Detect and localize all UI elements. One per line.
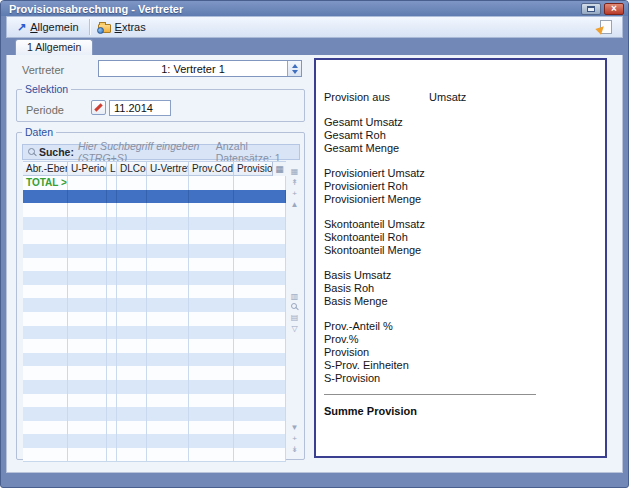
table-row[interactable] <box>23 285 286 299</box>
vertreter-select[interactable]: 1: Vertreter 1 <box>98 60 302 77</box>
table-cell <box>147 285 189 299</box>
scroll-top-icon[interactable]: ↟ <box>291 177 298 188</box>
scroll-bottom-icon[interactable]: ↡ <box>291 444 298 455</box>
table-row[interactable] <box>23 407 286 421</box>
plus-icon[interactable]: + <box>292 433 297 444</box>
magnifier-icon[interactable] <box>290 302 299 312</box>
table-row[interactable] <box>23 203 286 217</box>
col-header-dlcode[interactable]: DLCode <box>117 162 147 175</box>
table-cell <box>189 421 234 435</box>
close-button[interactable]: × <box>604 3 624 15</box>
grid-icon[interactable]: ▦ <box>291 166 299 177</box>
table-row[interactable] <box>23 380 286 394</box>
daten-group: Daten Suche: Hier Suchbegriff eingeben (… <box>16 126 305 460</box>
table-cell <box>68 244 107 258</box>
arrow-down-icon[interactable]: ▼ <box>291 422 299 433</box>
column-chooser-icon[interactable]: ▦ <box>272 162 286 176</box>
table-cell <box>23 353 68 367</box>
table-cell <box>68 217 107 231</box>
table-row[interactable] <box>23 326 286 340</box>
col-header-prov-code[interactable]: Prov.Code <box>189 162 234 175</box>
summary-label: Basis Menge <box>324 295 605 308</box>
table-cell <box>117 176 147 190</box>
table-cell <box>117 407 147 421</box>
menu-allgemein[interactable]: ↗ Allgemein <box>13 19 85 35</box>
col-header-u-vertreter[interactable]: U-Vertreter <box>147 162 189 175</box>
total-row[interactable]: TOTAL >> <box>23 176 286 190</box>
sort-icon[interactable]: ▤ <box>291 312 299 323</box>
table-cell <box>68 298 107 312</box>
table-cell <box>107 407 117 421</box>
table-cell <box>189 326 234 340</box>
table-cell <box>189 366 234 380</box>
titlebar[interactable]: Provisionsabrechnung - Vertreter × <box>1 1 628 16</box>
spinner-icon[interactable] <box>287 61 301 76</box>
restore-button[interactable] <box>581 3 601 15</box>
table-cell <box>147 339 189 353</box>
table-row[interactable] <box>23 448 286 462</box>
table-row[interactable] <box>23 339 286 353</box>
table-cell <box>23 298 68 312</box>
table-cell <box>23 326 68 340</box>
table-row[interactable] <box>23 258 286 272</box>
col-header-abr-ebene[interactable]: Abr.-Ebene <box>23 162 68 175</box>
periode-input[interactable] <box>109 100 171 116</box>
skonto-group: Skontoanteil Umsatz Skontoanteil Roh Sko… <box>324 218 605 257</box>
table-cell <box>117 298 147 312</box>
table-row[interactable] <box>23 312 286 326</box>
table-row[interactable] <box>23 271 286 285</box>
search-bar[interactable]: Suche: Hier Suchbegriff eingeben (STRG+S… <box>22 144 300 160</box>
table-cell <box>117 339 147 353</box>
table-cell <box>23 394 68 408</box>
summary-label: Provision <box>324 346 605 359</box>
window-body: ↗ Allgemein Extras 1 Allgemein Vertreter… <box>6 16 623 473</box>
toolbar-right <box>597 20 612 34</box>
col-header-l[interactable]: L <box>107 162 117 175</box>
table-row[interactable] <box>23 230 286 244</box>
table-cell <box>234 448 286 462</box>
table-cell <box>23 230 68 244</box>
table-row[interactable] <box>23 244 286 258</box>
table-row[interactable] <box>23 353 286 367</box>
summary-label: Gesamt Menge <box>324 142 605 155</box>
edit-icon[interactable] <box>91 100 106 115</box>
data-table: Abr.-Ebene U-Periode L DLCode U-Vertrete… <box>23 161 286 462</box>
table-cell <box>117 353 147 367</box>
col-header-u-periode[interactable]: U-Periode <box>68 162 107 175</box>
table-cell <box>189 258 234 272</box>
table-cell <box>189 339 234 353</box>
table-row[interactable] <box>23 394 286 408</box>
table-cell <box>68 312 107 326</box>
columns-icon[interactable]: ▥ <box>291 291 299 302</box>
search-icon <box>27 147 35 157</box>
table-cell <box>117 312 147 326</box>
tab-allgemein[interactable]: 1 Allgemein <box>15 39 93 55</box>
arrow-up-icon[interactable]: ▲ <box>291 199 299 210</box>
provision-aus-value: Umsatz <box>429 91 466 103</box>
selected-row[interactable] <box>23 190 286 204</box>
table-cell <box>107 190 117 204</box>
table-cell <box>234 298 286 312</box>
vertreter-value: 1: Vertreter 1 <box>99 63 287 75</box>
prov-group: Prov.-Anteil % Prov.% Provision S-Prov. … <box>324 320 605 385</box>
export-icon[interactable] <box>597 20 612 34</box>
table-row[interactable] <box>23 366 286 380</box>
table-cell <box>189 271 234 285</box>
arrow-up-right-icon: ↗ <box>17 22 26 32</box>
filter-icon[interactable]: ▽ <box>291 323 297 334</box>
search-label: Suche: <box>39 146 74 158</box>
table-row[interactable] <box>23 217 286 231</box>
table-cell <box>234 217 286 231</box>
folder-icon <box>98 24 111 33</box>
menu-extras[interactable]: Extras <box>94 19 152 35</box>
table-row[interactable] <box>23 434 286 448</box>
table-cell <box>189 434 234 448</box>
table-cell <box>107 217 117 231</box>
summe-provision-label: Summe Provision <box>324 405 605 417</box>
table-row[interactable] <box>23 298 286 312</box>
table-row[interactable] <box>23 421 286 435</box>
table-cell <box>68 203 107 217</box>
table-cell <box>23 421 68 435</box>
table-cell <box>117 285 147 299</box>
plus-icon[interactable]: + <box>292 188 297 199</box>
